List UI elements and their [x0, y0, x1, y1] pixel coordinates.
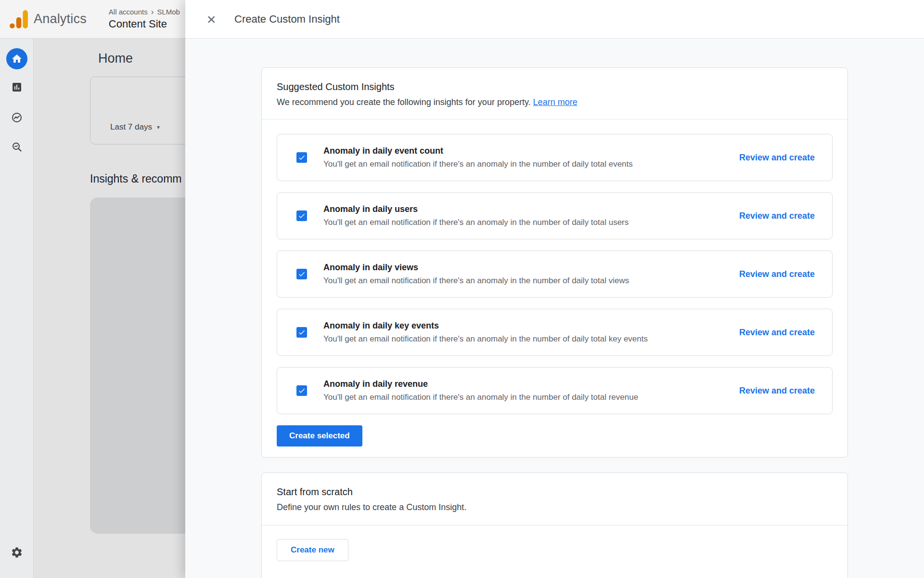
insight-row: Anomaly in daily views You'll get an ema…	[277, 250, 833, 298]
create-selected-button[interactable]: Create selected	[277, 425, 362, 447]
create-custom-insight-panel: × Create Custom Insight Suggested Custom…	[185, 0, 924, 578]
check-icon	[298, 328, 306, 336]
suggested-insight-list: Anomaly in daily event count You'll get …	[262, 119, 847, 414]
insight-title: Anomaly in daily event count	[323, 146, 633, 156]
modal-scrim	[0, 0, 185, 578]
check-icon	[298, 154, 306, 161]
scratch-card-header: Start from scratch Define your own rules…	[262, 473, 847, 525]
insight-title: Anomaly in daily key events	[323, 321, 648, 331]
suggested-subtitle: We recommend you create the following in…	[277, 97, 833, 107]
suggested-card-footer: Create selected	[262, 414, 847, 457]
review-and-create-link[interactable]: Review and create	[739, 386, 815, 396]
panel-header: × Create Custom Insight	[185, 0, 924, 39]
insight-description: You'll get an email notification if ther…	[323, 276, 629, 286]
insight-title: Anomaly in daily revenue	[323, 379, 638, 389]
learn-more-link[interactable]: Learn more	[533, 97, 578, 107]
insight-checkbox[interactable]	[296, 269, 307, 279]
insight-checkbox[interactable]	[296, 327, 307, 338]
start-from-scratch-card: Start from scratch Define your own rules…	[261, 473, 848, 578]
suggested-card-header: Suggested Custom Insights We recommend y…	[262, 68, 847, 119]
insight-description: You'll get an email notification if ther…	[323, 334, 648, 344]
suggested-insights-card: Suggested Custom Insights We recommend y…	[261, 67, 848, 458]
create-new-button[interactable]: Create new	[277, 539, 348, 561]
review-and-create-link[interactable]: Review and create	[739, 153, 815, 163]
insight-row: Anomaly in daily revenue You'll get an e…	[277, 367, 833, 414]
insight-checkbox[interactable]	[296, 385, 307, 396]
check-icon	[298, 270, 306, 278]
review-and-create-link[interactable]: Review and create	[739, 328, 815, 338]
check-icon	[298, 212, 306, 220]
insight-description: You'll get an email notification if ther…	[323, 159, 633, 169]
insight-title: Anomaly in daily views	[323, 263, 629, 273]
review-and-create-link[interactable]: Review and create	[739, 269, 815, 279]
scratch-title: Start from scratch	[277, 486, 833, 498]
check-icon	[298, 387, 306, 394]
insight-description: You'll get an email notification if ther…	[323, 218, 629, 227]
insight-row: Anomaly in daily key events You'll get a…	[277, 309, 833, 356]
insight-checkbox[interactable]	[296, 210, 307, 221]
review-and-create-link[interactable]: Review and create	[739, 211, 815, 221]
scratch-card-footer: Create new	[262, 525, 847, 578]
insight-row: Anomaly in daily users You'll get an ema…	[277, 192, 833, 239]
panel-body: Suggested Custom Insights We recommend y…	[185, 39, 924, 578]
suggested-title: Suggested Custom Insights	[277, 81, 833, 92]
insight-checkbox[interactable]	[296, 152, 307, 163]
insight-description: You'll get an email notification if ther…	[323, 393, 638, 402]
panel-title: Create Custom Insight	[234, 13, 340, 26]
insight-title: Anomaly in daily users	[323, 204, 629, 214]
scratch-subtitle: Define your own rules to create a Custom…	[277, 502, 833, 512]
screen: Analytics All accounts › SLMob Content S…	[0, 0, 924, 578]
insight-row: Anomaly in daily event count You'll get …	[277, 134, 833, 181]
close-button[interactable]: ×	[201, 9, 222, 30]
